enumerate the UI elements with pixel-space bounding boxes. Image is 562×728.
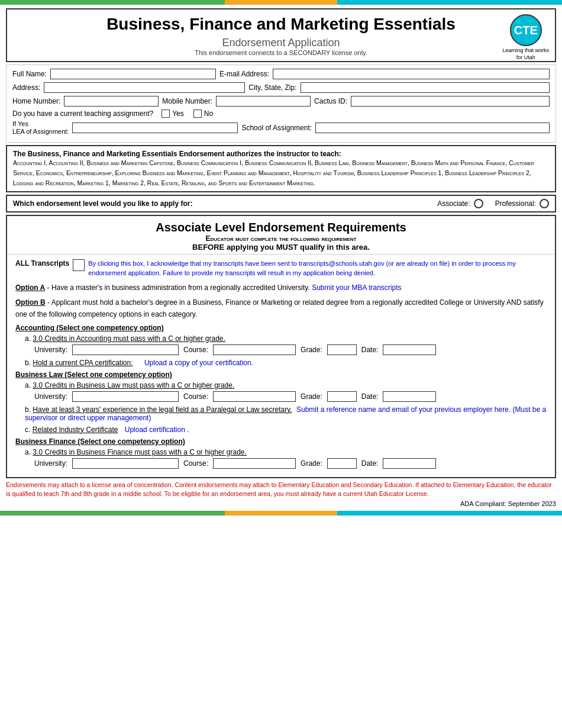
form-section: Full Name: E-mail Address: Address: City… (6, 65, 556, 143)
endorsement-level-label: Which endorsement level would you like t… (13, 199, 437, 208)
biz-finance-section: Business Finance (Select one competency … (15, 437, 547, 469)
acc-a-date-input[interactable] (383, 344, 436, 355)
lea-row: If YesLEA of Assignment: School of Assig… (12, 120, 550, 136)
footer-text: Endorsements may attach to a license are… (6, 481, 556, 500)
bottom-bar-orange (225, 511, 337, 516)
law-item-a: a. 3.0 Credits in Business Law must pass… (25, 381, 547, 402)
cactus-input[interactable] (351, 96, 550, 107)
law-section: Business Law (Select one competency opti… (15, 371, 547, 434)
option-a-row: Option A - Have a master's in business a… (15, 282, 547, 294)
acc-b-label: Hold a current CPA certification: (33, 359, 133, 367)
name-email-row: Full Name: E-mail Address: (12, 69, 550, 79)
yes-checkbox[interactable] (162, 109, 170, 118)
law-b-label: Have at least 3 years' experience in the… (33, 405, 292, 414)
teaching-row: Do you have a current teaching assignmen… (12, 109, 550, 118)
full-name-input[interactable] (50, 69, 216, 79)
mobile-input[interactable] (216, 96, 311, 107)
associate-sub2: BEFORE applying you MUST qualify in this… (13, 243, 549, 252)
bf-a-course-input[interactable] (213, 458, 296, 469)
law-item-c: c. Related Industry Certificate Upload c… (25, 426, 547, 434)
if-yes-label: If YesLEA of Assignment: (12, 120, 69, 136)
teaching-label: Do you have a current teaching assignmen… (12, 109, 153, 118)
authorize-body: Accounting I, Accounting II, Business an… (13, 158, 549, 188)
option-a-link[interactable]: Submit your MBA transcripts (312, 284, 401, 292)
school-input[interactable] (315, 123, 550, 133)
law-c-link[interactable]: Upload certification . (125, 426, 189, 434)
professional-label: Professional: (495, 199, 536, 208)
acc-a-prefix: a. (25, 334, 31, 343)
full-name-label: Full Name: (12, 70, 47, 78)
transcripts-row: ALL Transcripts By clicking this box, I … (15, 259, 547, 278)
top-bar-orange (225, 0, 337, 5)
lea-input[interactable] (72, 123, 238, 133)
cte-label: CTE (514, 24, 538, 37)
acc-a-grade-input[interactable] (327, 344, 357, 355)
bf-a-univ-input[interactable] (72, 458, 179, 469)
law-course-label: Course: (183, 392, 208, 401)
law-c-label: Related Industry Certificate (33, 426, 118, 434)
home-label: Home Number: (12, 97, 60, 105)
city-input[interactable] (301, 82, 550, 93)
cactus-label: Cactus ID: (314, 97, 347, 105)
bf-a-grade-input[interactable] (327, 458, 357, 469)
ada-row: ADA Compliant: September 2023 (6, 500, 556, 507)
professional-radio[interactable] (540, 199, 549, 208)
bottom-bar-green (0, 511, 225, 516)
transcripts-checkbox[interactable] (73, 259, 85, 271)
bf-a-label: 3.0 Credits in Business Finance must pas… (33, 448, 247, 456)
associate-sub1: Educator must complete the following req… (13, 234, 549, 243)
cte-badge: CTE (510, 14, 542, 46)
law-a-univ-input[interactable] (72, 391, 179, 402)
law-a-label: 3.0 Credits in Business Law must pass wi… (33, 381, 234, 389)
cte-logo: CTE Learning that worksfor Utah (502, 14, 549, 61)
associate-radio[interactable] (474, 199, 483, 208)
radio-group: Associate: Professional: (437, 199, 549, 208)
acc-a-course-input[interactable] (213, 344, 296, 355)
bf-course-label: Course: (183, 459, 208, 468)
bottom-bar-teal (337, 511, 562, 516)
authorize-box: The Business, Finance and Marketing Esse… (6, 145, 556, 192)
transcripts-text: By clicking this box, I acknowledge that… (88, 259, 547, 278)
option-b-row: Option B - Applicant must hold a bachelo… (15, 297, 547, 320)
law-a-grade-input[interactable] (327, 391, 357, 402)
no-label: No (204, 109, 213, 118)
ada-text: ADA Compliant: September 2023 (460, 500, 556, 507)
address-input[interactable] (44, 82, 245, 93)
law-a-date-input[interactable] (383, 391, 436, 402)
law-header: Business Law (Select one competency opti… (15, 371, 547, 379)
home-input[interactable] (64, 96, 159, 107)
law-a-course-input[interactable] (213, 391, 296, 402)
acc-b-link[interactable]: Upload a copy of your certification. (144, 359, 253, 367)
address-row: Address: City, State, Zip: (12, 82, 550, 93)
bf-item-a: a. 3.0 Credits in Business Finance must … (25, 448, 547, 469)
acc-b-prefix: b. (25, 359, 31, 367)
cte-tagline: Learning that worksfor Utah (502, 47, 549, 61)
law-b-prefix: b. (25, 405, 31, 414)
biz-finance-header: Business Finance (Select one competency … (15, 437, 547, 446)
acc-univ-label: University: (34, 346, 67, 354)
mobile-label: Mobile Number: (162, 97, 212, 105)
transcripts-label: ALL Transcripts (15, 259, 69, 268)
no-checkbox[interactable] (193, 109, 202, 118)
bf-a-field-row: University: Course: Grade: Date: (34, 458, 547, 469)
bf-grade-label: Grade: (301, 459, 322, 468)
lea-label: LEA of Assignment: (12, 128, 69, 135)
bf-univ-label: University: (34, 459, 67, 468)
acc-item-a: a. 3.0 Credits in Accounting must pass w… (25, 334, 547, 355)
endorsement-level-row: Which endorsement level would you like t… (6, 195, 556, 212)
acc-grade-label: Grade: (301, 346, 322, 354)
bf-a-date-input[interactable] (383, 458, 436, 469)
acc-a-label: 3.0 Credits in Accounting must pass with… (33, 334, 225, 343)
endorsement-title: Endorsement Application (14, 37, 548, 49)
endorsement-sub: This endorsement connects to a SECONDARY… (14, 49, 548, 56)
acc-course-label: Course: (183, 346, 208, 354)
law-item-b: b. Have at least 3 years' experience in … (25, 405, 547, 422)
associate-title: Associate Level Endorsement Requirements (13, 221, 549, 234)
option-b-text: - Applicant must hold a bachelor's degre… (15, 298, 544, 318)
top-color-bar (0, 0, 562, 5)
email-input[interactable] (273, 69, 550, 79)
option-a-text: - Have a master's in business administra… (47, 284, 310, 292)
address-label: Address: (12, 83, 40, 92)
acc-a-univ-input[interactable] (72, 344, 179, 355)
accounting-section: Accounting (Select one competency option… (15, 324, 547, 367)
